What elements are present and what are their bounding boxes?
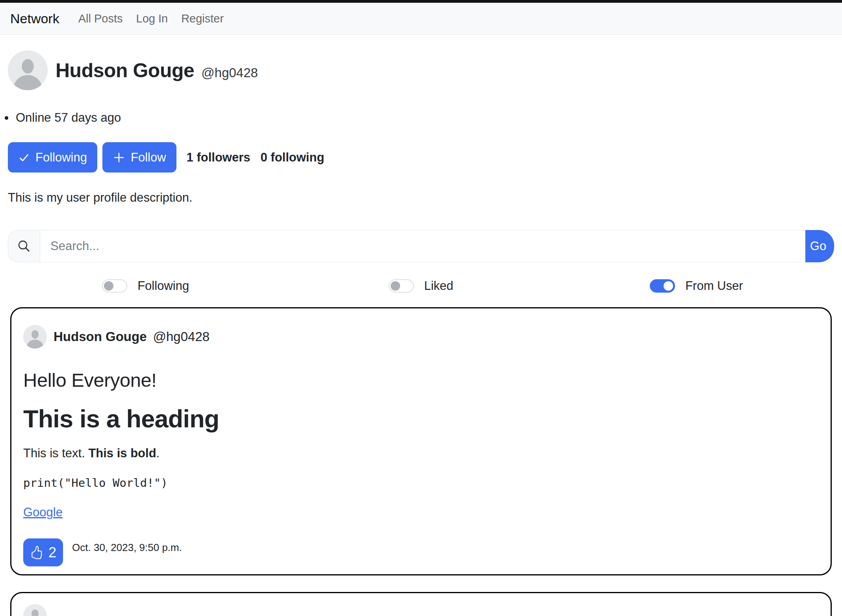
check-icon [18,152,30,163]
person-icon [8,50,48,90]
filter-from-user: From User [559,279,834,293]
post-paragraph: This is text. This is bold. [23,446,819,460]
profile-description: This is my user profile description. [8,191,834,205]
following-count: 0 following [260,150,324,165]
profile-handle: @hg0428 [201,61,258,80]
filter-following: Following [8,279,283,293]
follow-stats: 1 followers 0 following [187,150,325,165]
post-footer: 2 Oct. 30, 2023, 9:50 p.m. [23,538,819,566]
online-status: Online 57 days ago [8,111,834,125]
from-user-toggle-label: From User [685,279,743,293]
post-author-avatar [23,325,47,349]
post-timestamp: Oct. 30, 2023, 9:50 p.m. [72,542,182,554]
nav-link-register[interactable]: Register [181,12,224,25]
search-input[interactable] [40,230,805,262]
liked-toggle-label: Liked [424,279,453,293]
profile-actions: Following Follow 1 followers 0 following [8,142,834,173]
status-text: Online 57 days ago [16,111,121,125]
browser-top-edge [0,0,842,3]
post-author-handle: @hg0428 [153,329,210,344]
filter-toggles: Following Liked From User [8,279,834,293]
search-addon [8,230,40,262]
post-title: Hello Everyone! [23,369,819,391]
person-icon [23,325,47,349]
following-toggle-label: Following [137,279,189,293]
post-link-row: Google [23,505,819,520]
post-author-avatar [23,604,47,616]
nav-link-log-in[interactable]: Log In [136,12,168,25]
person-icon [23,604,47,616]
plus-icon [113,151,125,164]
profile-page: Hudson Gouge @hg0428 Online 57 days ago … [0,50,842,616]
post-header: Hudson Gouge @hg0428 [23,325,819,349]
nav-link-all-posts[interactable]: All Posts [78,12,123,25]
followers-count: 1 followers [187,150,250,165]
thumbs-up-icon [30,546,43,559]
filter-liked: Liked [283,279,558,293]
toggle-knob [391,281,400,291]
post-code: print("Hello World!") [23,476,819,490]
follow-button[interactable]: Follow [102,142,176,173]
profile-avatar [8,50,48,90]
following-button[interactable]: Following [8,142,97,173]
toggle-knob [104,281,113,291]
following-toggle[interactable] [102,279,127,293]
google-link[interactable]: Google [23,505,63,519]
brand-link[interactable]: Network [10,11,59,26]
next-post-card [10,592,832,616]
status-bullet [5,116,8,120]
navbar: Network All Posts Log In Register [0,3,842,35]
post-card: Hudson Gouge @hg0428 Hello Everyone! Thi… [10,307,832,575]
bold-text: This is bold [88,446,156,460]
like-button[interactable]: 2 [23,538,63,566]
post-heading: This is a heading [23,404,819,433]
search-icon [17,239,31,253]
search-bar: Go [8,230,834,262]
search-go-button[interactable]: Go [805,230,834,262]
post-author-name: Hudson Gouge [54,329,147,344]
post-header [23,604,819,616]
from-user-toggle[interactable] [650,279,675,293]
liked-toggle[interactable] [389,279,414,293]
profile-name: Hudson Gouge [56,59,194,82]
toggle-knob [664,281,673,291]
profile-header: Hudson Gouge @hg0428 [8,50,834,90]
like-count: 2 [48,544,56,561]
